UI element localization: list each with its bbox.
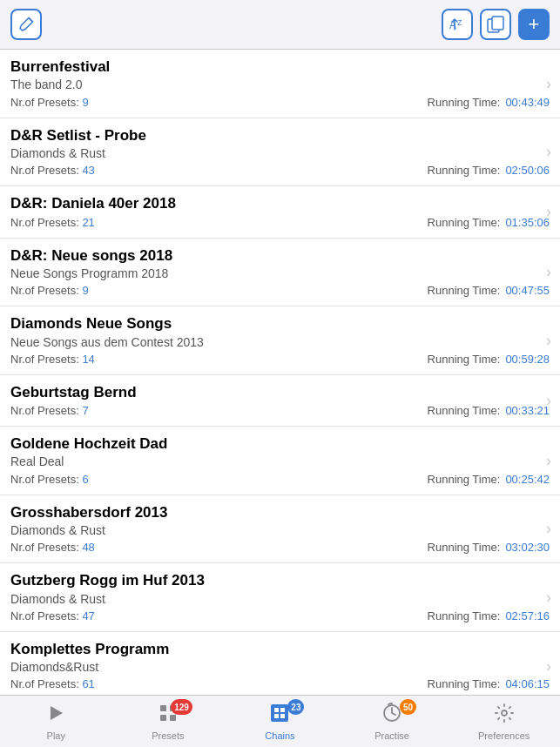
item-presets: Nr.of Presets: 21 — [10, 216, 95, 229]
item-presets-count: 9 — [82, 284, 88, 297]
item-presets: Nr.of Presets: 7 — [10, 404, 89, 417]
item-running-time: 01:35:06 — [505, 216, 550, 229]
header-left-buttons — [10, 9, 42, 40]
svg-rect-8 — [271, 704, 288, 722]
add-icon: + — [529, 15, 540, 34]
add-button[interactable]: + — [518, 9, 550, 40]
sort-button[interactable]: A Z — [442, 9, 473, 40]
tab-label-chains: Chains — [265, 730, 294, 741]
edit-button[interactable] — [10, 9, 42, 40]
tab-label-presets: Presets — [152, 730, 184, 741]
svg-rect-10 — [280, 708, 285, 712]
list-item[interactable]: D&R Setlist - ProbeDiamonds & Rust Nr.of… — [0, 118, 560, 187]
item-presets: Nr.of Presets: 48 — [10, 541, 95, 554]
svg-rect-3 — [492, 17, 503, 30]
item-presets: Nr.of Presets: 9 — [10, 284, 89, 297]
chevron-right-icon: › — [546, 143, 551, 161]
tab-label-preferences: Preferences — [478, 730, 530, 741]
item-presets: Nr.of Presets: 6 — [10, 473, 89, 486]
item-running: Running Time: 04:06:15 — [428, 677, 550, 690]
item-running: Running Time: 00:47:55 — [428, 284, 550, 297]
list-item[interactable]: Diamonds Neue SongsNeue Songs aus dem Co… — [0, 306, 560, 375]
item-title: Komplettes Programm — [10, 641, 550, 658]
item-meta: Nr.of Presets: 7 Running Time: 00:33:21 — [10, 404, 550, 417]
svg-rect-4 — [160, 705, 166, 711]
item-meta: Nr.of Presets: 48 Running Time: 03:02:30 — [10, 541, 550, 554]
list-item[interactable]: Gutzberg Rogg im Huf 2013Diamonds & Rust… — [0, 563, 560, 632]
item-meta: Nr.of Presets: 6 Running Time: 00:25:42 — [10, 473, 550, 486]
tab-presets[interactable]: 129 Presets — [112, 696, 225, 747]
item-presets-count: 7 — [82, 404, 88, 417]
chevron-right-icon: › — [546, 656, 551, 675]
item-presets-count: 6 — [82, 473, 88, 486]
item-running-time: 00:25:42 — [505, 473, 550, 486]
svg-rect-7 — [170, 715, 176, 721]
chevron-right-icon: › — [546, 589, 551, 607]
item-running-time: 02:50:06 — [505, 164, 550, 177]
chevron-right-icon: › — [546, 263, 551, 281]
tab-label-play: Play — [47, 730, 65, 741]
item-presets-count: 61 — [82, 677, 94, 690]
chevron-right-icon: › — [546, 451, 551, 469]
svg-rect-9 — [274, 708, 279, 712]
item-subtitle: Neue Songs aus dem Contest 2013 — [10, 334, 550, 350]
tab-preferences[interactable]: Preferences — [448, 696, 560, 747]
item-title: D&R Setlist - Probe — [10, 127, 550, 145]
duplicate-button[interactable] — [480, 9, 511, 40]
item-meta: Nr.of Presets: 43 Running Time: 02:50:06 — [10, 164, 550, 177]
header-right-buttons: A Z + — [442, 9, 550, 40]
item-running: Running Time: 00:43:49 — [428, 96, 550, 109]
list-item[interactable]: Komplettes ProgrammDiamonds&Rust Nr.of P… — [0, 632, 560, 695]
svg-point-14 — [502, 710, 507, 716]
item-running-time: 02:57:16 — [505, 609, 550, 622]
item-meta: Nr.of Presets: 21 Running Time: 01:35:06 — [10, 216, 550, 229]
item-subtitle: Diamonds & Rust — [10, 145, 550, 161]
item-title: Grosshabersdorf 2013 — [10, 504, 550, 522]
list-item[interactable]: BurrenfestivalThe band 2.0 Nr.of Presets… — [0, 50, 560, 118]
item-presets: Nr.of Presets: 43 — [10, 164, 95, 177]
tab-play[interactable]: Play — [0, 696, 112, 747]
item-running: Running Time: 00:33:21 — [428, 404, 550, 417]
item-running: Running Time: 00:25:42 — [428, 473, 550, 486]
item-presets: Nr.of Presets: 61 — [10, 677, 95, 690]
item-presets-count: 43 — [82, 164, 94, 177]
list-item[interactable]: D&R: Daniela 40er 2018 Nr.of Presets: 21… — [0, 186, 560, 238]
tab-chains[interactable]: 23 Chains — [224, 696, 336, 747]
svg-rect-6 — [160, 715, 166, 721]
item-presets: Nr.of Presets: 14 — [10, 353, 95, 366]
item-subtitle: Diamonds&Rust — [10, 659, 550, 675]
item-running-time: 00:43:49 — [505, 96, 550, 109]
list-item[interactable]: D&R: Neue songs 2018Neue Songs Programm … — [0, 239, 560, 307]
item-meta: Nr.of Presets: 9 Running Time: 00:43:49 — [10, 96, 550, 109]
item-presets-count: 14 — [82, 353, 94, 366]
svg-rect-11 — [274, 714, 279, 718]
tab-label-practise: Practise — [374, 730, 409, 741]
tab-practise[interactable]: 50 Practise — [336, 696, 449, 747]
list-item[interactable]: Grosshabersdorf 2013Diamonds & Rust Nr.o… — [0, 495, 560, 564]
item-meta: Nr.of Presets: 47 Running Time: 02:57:16 — [10, 609, 550, 622]
item-presets-count: 21 — [82, 216, 94, 229]
item-presets: Nr.of Presets: 47 — [10, 609, 95, 622]
item-presets-count: 9 — [82, 96, 88, 109]
item-presets-count: 47 — [82, 609, 94, 622]
chevron-right-icon: › — [546, 74, 551, 92]
item-running: Running Time: 00:59:28 — [428, 353, 550, 366]
item-running-time: 00:59:28 — [505, 353, 550, 366]
item-running-time: 00:47:55 — [505, 284, 550, 297]
tab-badge-practise: 50 — [400, 699, 416, 715]
svg-rect-12 — [280, 714, 285, 718]
item-running: Running Time: 02:50:06 — [428, 164, 550, 177]
item-title: Goldene Hochzeit Dad — [10, 435, 550, 453]
item-meta: Nr.of Presets: 61 Running Time: 04:06:15 — [10, 677, 550, 690]
item-running: Running Time: 01:35:06 — [428, 216, 550, 229]
item-subtitle: Real Deal — [10, 454, 550, 469]
list-item[interactable]: Goldene Hochzeit DadReal Deal Nr.of Pres… — [0, 427, 560, 495]
preferences-icon — [494, 703, 515, 729]
list-item[interactable]: Geburtstag Bernd Nr.of Presets: 7 Runnin… — [0, 375, 560, 427]
item-subtitle: Diamonds & Rust — [10, 591, 550, 607]
item-title: D&R: Neue songs 2018 — [10, 247, 550, 265]
item-title: Diamonds Neue Songs — [10, 315, 550, 333]
chevron-right-icon: › — [546, 520, 551, 538]
item-presets: Nr.of Presets: 9 — [10, 96, 89, 109]
app-header: A Z + — [0, 0, 560, 50]
